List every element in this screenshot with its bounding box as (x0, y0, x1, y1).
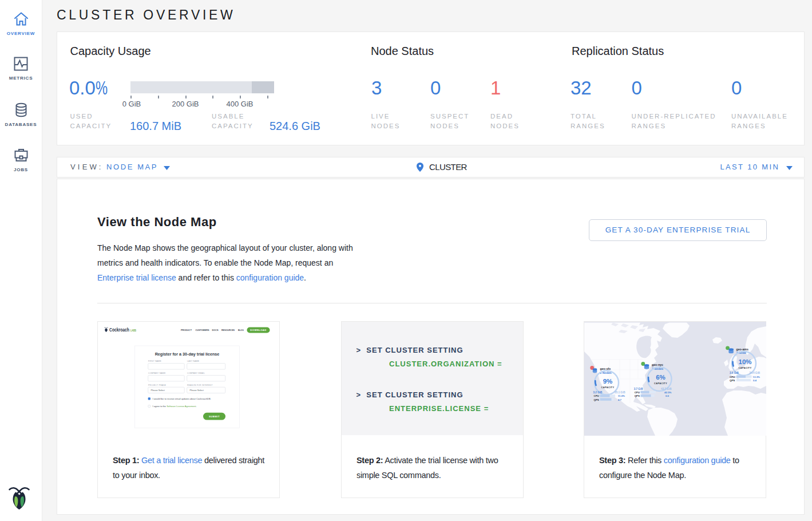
svg-text:4.7: 4.7 (618, 398, 622, 401)
svg-text:3.7 GiB: 3.7 GiB (634, 388, 644, 390)
svg-text:Register for a 30-day trial li: Register for a 30-day trial license (155, 352, 220, 357)
svg-text:42.5%: 42.5% (664, 391, 672, 394)
svg-text:CAPACITY: CAPACITY (654, 382, 667, 385)
svg-text:LAST NAME: LAST NAME (187, 360, 200, 362)
svg-text:REASON FOR INTEREST: REASON FOR INTEREST (187, 384, 213, 386)
svg-text:0.0: 0.0 (666, 394, 670, 397)
svg-text:CPU: CPU (635, 391, 640, 394)
svg-text:34.4 GiB: 34.4 GiB (750, 372, 760, 374)
svg-text:I would like to receive email: I would like to receive email updates ab… (153, 397, 211, 400)
svg-text:CUSTOMERS: CUSTOMERS (196, 329, 209, 331)
svg-text:CPU: CPU (730, 376, 735, 378)
svg-text:QPS: QPS (594, 398, 599, 401)
svg-text:RESOURCES: RESOURCES (221, 329, 235, 331)
svg-text:CAPACITY: CAPACITY (739, 366, 752, 369)
svg-text:DOWNLOAD: DOWNLOAD (250, 329, 266, 331)
svg-text:I agree to the Software Licens: I agree to the Software License Agreemen… (153, 405, 197, 408)
svg-text:3.6 GiB: 3.6 GiB (730, 372, 739, 374)
svg-text:Please Select: Please Select (151, 389, 165, 392)
svg-text:3.2 GiB: 3.2 GiB (593, 391, 603, 394)
svg-text:9%: 9% (603, 378, 613, 385)
svg-text:43.7 GiB: 43.7 GiB (661, 388, 672, 390)
svg-text:13.3%: 13.3% (753, 376, 760, 378)
svg-text:FIRST NAME: FIRST NAME (148, 360, 161, 362)
svg-text:geo-ams: geo-ams (736, 348, 748, 351)
svg-text:CAPACITY: CAPACITY (601, 386, 615, 389)
svg-text:LABS: LABS (130, 329, 136, 332)
svg-text:35.1 GiB: 35.1 GiB (615, 391, 625, 394)
svg-text:QPS: QPS (730, 379, 735, 382)
svg-text:Cockroach: Cockroach (109, 327, 129, 333)
svg-text:COMPANY EMAIL: COMPANY EMAIL (187, 372, 205, 374)
svg-text:PROJECT PHASE: PROJECT PHASE (148, 384, 167, 386)
svg-text:6%: 6% (656, 374, 666, 381)
svg-text:11.0%: 11.0% (618, 394, 625, 397)
svg-text:COMPANY NAME: COMPANY NAME (148, 372, 166, 374)
svg-text:QPS: QPS (635, 394, 640, 397)
svg-text:BLOG: BLOG (238, 329, 244, 331)
svg-text:Please Select: Please Select (190, 389, 204, 392)
svg-text:CPU: CPU (594, 394, 599, 397)
svg-text:DOCS: DOCS (212, 329, 219, 331)
svg-text:geo-sfo: geo-sfo (600, 367, 611, 370)
svg-text:10%: 10% (738, 358, 751, 365)
svg-text:geo-nyc: geo-nyc (652, 363, 663, 366)
svg-text:PRODUCT: PRODUCT (181, 329, 192, 331)
svg-text:SUBMIT: SUBMIT (209, 415, 220, 418)
svg-text:0.4: 0.4 (753, 379, 757, 382)
